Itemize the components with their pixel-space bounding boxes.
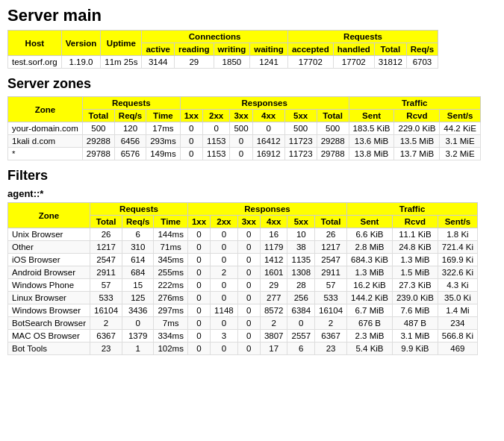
sents-cell: 35.0 Ki <box>438 292 477 304</box>
r3xx-cell: 0 <box>237 343 260 355</box>
reqs-cell: 310 <box>122 241 154 254</box>
table-row: Windows Browser 16104 3436 297ms 0 1148 … <box>8 304 478 317</box>
r2xx-cell: 0 <box>211 279 238 292</box>
table-row: 1kali d.com 29288 6456 293ms 0 1153 0 16… <box>8 135 481 148</box>
r4xx-cell: 1601 <box>260 266 287 279</box>
server-main-section: Server main Host Version Uptime Connecti… <box>7 6 497 69</box>
r5xx-cell: 256 <box>287 292 315 304</box>
rtotal-cell: 29288 <box>317 135 349 148</box>
zones-traf-sents: Sent/s <box>440 110 480 122</box>
zones-res-4xx: 4xx <box>252 110 284 122</box>
filters-req-total: Total <box>90 216 122 228</box>
accepted-cell: 17702 <box>287 56 333 69</box>
sent-cell: 16.2 KiB <box>347 279 393 292</box>
time-cell: 222ms <box>154 279 188 292</box>
rcvd-cell: 229.0 KiB <box>394 122 440 135</box>
r2xx-cell: 3 <box>211 330 238 343</box>
r4xx-cell: 17 <box>260 343 287 355</box>
r1xx-cell: 0 <box>187 330 210 343</box>
reqs-cell: 684 <box>122 266 154 279</box>
sent-cell: 183.5 KiB <box>349 122 394 135</box>
col-version: Version <box>61 31 101 56</box>
sent-cell: 13.8 MiB <box>349 148 394 160</box>
r4xx-cell: 3807 <box>260 330 287 343</box>
reading-cell: 29 <box>175 56 214 69</box>
total-cell: 23 <box>90 343 122 355</box>
total-cell: 1217 <box>90 241 122 254</box>
r2xx-cell: 1153 <box>202 135 230 148</box>
server-zones-title: Server zones <box>7 76 497 92</box>
r5xx-cell: 11723 <box>284 148 317 160</box>
rcvd-cell: 3.1 MiB <box>392 330 438 343</box>
sents-cell: 169.9 Ki <box>438 254 477 266</box>
r2xx-cell: 0 <box>211 292 238 304</box>
zones-req-reqs: Req/s <box>114 110 146 122</box>
r4xx-cell: 1412 <box>260 254 287 266</box>
time-cell: 71ms <box>154 241 188 254</box>
table-row: Android Browser 2911 684 255ms 0 2 0 160… <box>8 266 478 279</box>
sent-cell: 684.3 KiB <box>347 254 393 266</box>
r1xx-cell: 0 <box>187 228 210 241</box>
table-row: Linux Browser 533 125 276ms 0 0 0 277 25… <box>8 292 478 304</box>
col-requests: Requests <box>287 31 438 43</box>
zone-cell: Android Browser <box>8 266 90 279</box>
reqs-cell: 1 <box>122 343 154 355</box>
rcvd-cell: 11.1 KiB <box>392 228 438 241</box>
time-cell: 255ms <box>154 266 188 279</box>
r2xx-cell: 0 <box>211 254 238 266</box>
total-cell: 2911 <box>90 266 122 279</box>
r1xx-cell: 0 <box>187 241 210 254</box>
r4xx-cell: 16 <box>260 228 287 241</box>
zone-cell: * <box>8 148 83 160</box>
r3xx-cell: 0 <box>237 279 260 292</box>
r3xx-cell: 0 <box>237 304 260 317</box>
zone-cell: Linux Browser <box>8 292 90 304</box>
version-cell: 1.19.0 <box>61 56 101 69</box>
total-cell: 6367 <box>90 330 122 343</box>
rcvd-cell: 1.5 MiB <box>392 266 438 279</box>
rtotal-cell: 57 <box>315 279 347 292</box>
r3xx-cell: 0 <box>237 254 260 266</box>
r3xx-cell: 0 <box>237 330 260 343</box>
filters-table: Zone Requests Responses Traffic Total Re… <box>7 202 478 355</box>
r3xx-cell: 0 <box>237 292 260 304</box>
r3xx-cell: 0 <box>237 241 260 254</box>
zone-cell: Other <box>8 241 90 254</box>
zone-cell: 1kali d.com <box>8 135 83 148</box>
r5xx-cell: 10 <box>287 228 315 241</box>
time-cell: 144ms <box>154 228 188 241</box>
sents-cell: 4.3 Ki <box>438 279 477 292</box>
rcvd-cell: 24.8 KiB <box>392 241 438 254</box>
reqs-cell: 125 <box>122 292 154 304</box>
r1xx-cell: 0 <box>187 317 210 330</box>
r4xx-cell: 0 <box>252 122 284 135</box>
zones-res-5xx: 5xx <box>284 110 317 122</box>
filters-label: agent::* <box>7 188 497 199</box>
sents-cell: 469 <box>438 343 477 355</box>
filters-section: Filters agent::* Zone Requests Responses… <box>7 168 497 355</box>
filters-req-time: Time <box>154 216 188 228</box>
r1xx-cell: 0 <box>187 343 210 355</box>
zone-cell: MAC OS Browser <box>8 330 90 343</box>
filters-traf-rcvd: Rcvd <box>392 216 438 228</box>
total-cell: 533 <box>90 292 122 304</box>
filters-res-5xx: 5xx <box>287 216 315 228</box>
col-handled: handled <box>333 43 374 56</box>
rcvd-cell: 27.3 KiB <box>392 279 438 292</box>
table-row: iOS Browser 2547 614 345ms 0 0 0 1412 11… <box>8 254 478 266</box>
sent-cell: 144.2 KiB <box>347 292 393 304</box>
rcvd-cell: 13.5 MiB <box>394 135 440 148</box>
total-cell: 29788 <box>82 148 114 160</box>
r1xx-cell: 0 <box>180 122 202 135</box>
r5xx-cell: 2557 <box>287 330 315 343</box>
rcvd-cell: 1.3 MiB <box>392 254 438 266</box>
sent-cell: 2.8 MiB <box>347 241 393 254</box>
sents-cell: 234 <box>438 317 477 330</box>
col-writing: writing <box>214 43 250 56</box>
zone-cell: iOS Browser <box>8 254 90 266</box>
time-cell: 7ms <box>154 317 188 330</box>
col-host: Host <box>8 31 62 56</box>
zone-cell: your-domain.com <box>8 122 83 135</box>
filters-req-reqs: Req/s <box>122 216 154 228</box>
filters-res-total: Total <box>315 216 347 228</box>
